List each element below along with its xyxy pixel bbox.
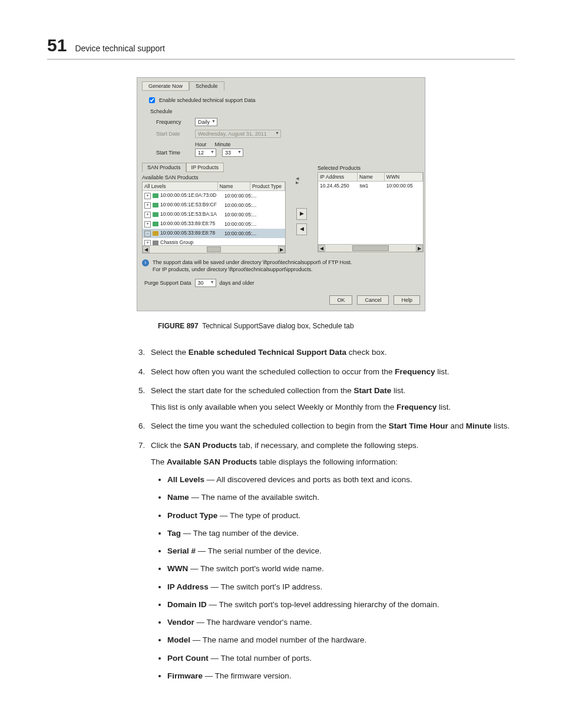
step-4: Select how often you want the scheduled … bbox=[147, 366, 515, 378]
tab-san-products[interactable]: SAN Products bbox=[142, 163, 186, 172]
info-icon: i bbox=[142, 259, 149, 266]
selected-products-table[interactable]: IP Address Name WWN 10.24.45.250 sw1 10:… bbox=[318, 172, 424, 252]
ok-button[interactable]: OK bbox=[329, 295, 352, 305]
step-7: Click the SAN Products tab, if necessary… bbox=[147, 440, 515, 683]
chassis-icon bbox=[153, 241, 158, 245]
col-ip-address[interactable]: IP Address bbox=[318, 173, 358, 181]
tab-generate-now[interactable]: Generate Now bbox=[142, 81, 189, 91]
figure-caption: FIGURE 897 Technical SupportSave dialog … bbox=[158, 322, 515, 330]
switch-icon bbox=[153, 222, 158, 226]
schedule-heading: Schedule bbox=[150, 108, 420, 114]
tab-ip-products[interactable]: IP Products bbox=[186, 163, 224, 172]
add-button[interactable]: ▶ bbox=[296, 208, 307, 220]
table-row[interactable]: +10:00:00:05:1E:53:B9:CF 10:00:00:05:... bbox=[143, 200, 285, 210]
hour-label: Hour bbox=[195, 141, 207, 147]
start-date-select: Wednesday, August 31, 2011 bbox=[195, 130, 281, 138]
step-6: Select the time you want the scheduled c… bbox=[147, 420, 515, 432]
minute-select[interactable]: 33 bbox=[222, 149, 243, 157]
remove-button[interactable]: ◀ bbox=[296, 223, 307, 235]
field-descriptions: All Levels — All discovered devices and … bbox=[151, 474, 515, 682]
available-products-table[interactable]: All Levels Name Product Type +10:00:00:0… bbox=[142, 182, 286, 253]
switch-icon bbox=[153, 231, 158, 236]
frequency-select[interactable]: Daily bbox=[195, 118, 217, 126]
available-title: Available SAN Products bbox=[142, 174, 286, 180]
purge-suffix: days and older bbox=[220, 280, 254, 286]
scroll-left-icon[interactable]: ◀ bbox=[318, 245, 325, 252]
scroll-left-icon[interactable]: ◀ bbox=[143, 246, 150, 253]
col-wwn[interactable]: WWN bbox=[385, 173, 423, 181]
instruction-steps: Select the Enable scheduled Technical Su… bbox=[47, 347, 515, 682]
splitter-icon[interactable]: ◀▶ bbox=[296, 176, 299, 185]
table-row[interactable]: -10:00:00:05:33:89:E8:78 10:00:00:05:... bbox=[143, 229, 285, 238]
tab-schedule[interactable]: Schedule bbox=[189, 81, 224, 91]
table-row[interactable]: +10:00:00:05:1E:53:BA:1A 10:00:00:05:... bbox=[143, 210, 285, 219]
scroll-right-icon[interactable]: ▶ bbox=[278, 246, 285, 253]
selected-title: Selected Products bbox=[318, 165, 424, 171]
col-name[interactable]: Name bbox=[218, 182, 250, 190]
step-3: Select the Enable scheduled Technical Su… bbox=[147, 347, 515, 358]
chapter-number: 51 bbox=[47, 35, 67, 55]
switch-icon bbox=[153, 212, 158, 217]
table-row[interactable]: 10.24.45.250 sw1 10:00:00:05 bbox=[318, 182, 423, 190]
cancel-button[interactable]: Cancel bbox=[357, 295, 389, 305]
frequency-label: Frequency bbox=[156, 119, 189, 125]
col-product-type[interactable]: Product Type bbox=[250, 182, 285, 190]
scroll-right-icon[interactable]: ▶ bbox=[416, 245, 423, 252]
h-scrollbar[interactable]: ◀ ▶ bbox=[318, 244, 423, 252]
enable-scheduled-label: Enable scheduled technical support Data bbox=[159, 97, 256, 103]
page-header: 51 Device technical support bbox=[47, 35, 515, 60]
help-button[interactable]: Help bbox=[394, 295, 420, 305]
table-row[interactable]: +10:00:00:05:33:89:E8:75 10:00:00:05:... bbox=[143, 219, 285, 229]
col-all-levels[interactable]: All Levels bbox=[143, 182, 218, 190]
h-scrollbar[interactable]: ◀ ▶ bbox=[143, 245, 285, 253]
scroll-thumb[interactable] bbox=[207, 246, 221, 252]
hour-select[interactable]: 12 bbox=[195, 149, 216, 157]
step-5: Select the start date for the scheduled … bbox=[147, 385, 515, 414]
enable-scheduled-checkbox[interactable] bbox=[149, 97, 155, 103]
switch-icon bbox=[153, 203, 158, 207]
scroll-thumb[interactable] bbox=[352, 245, 389, 251]
info-text: The support data will be saved under dir… bbox=[153, 259, 352, 273]
dialog-figure: Generate Now Schedule Enable scheduled t… bbox=[137, 77, 425, 311]
col-sel-name[interactable]: Name bbox=[358, 173, 385, 181]
start-time-label: Start Time bbox=[156, 150, 189, 156]
switch-icon bbox=[153, 193, 158, 198]
minute-label: Minute bbox=[215, 141, 231, 147]
purge-label: Purge Support Data bbox=[144, 280, 191, 286]
chapter-title: Device technical support bbox=[75, 44, 165, 53]
table-row[interactable]: +10:00:00:05:1E:0A:73:0D 10:00:00:05:... bbox=[143, 191, 285, 200]
top-tabs: Generate Now Schedule bbox=[142, 81, 420, 91]
start-date-label: Start Date bbox=[156, 131, 189, 137]
purge-days-select[interactable]: 30 bbox=[195, 279, 216, 287]
